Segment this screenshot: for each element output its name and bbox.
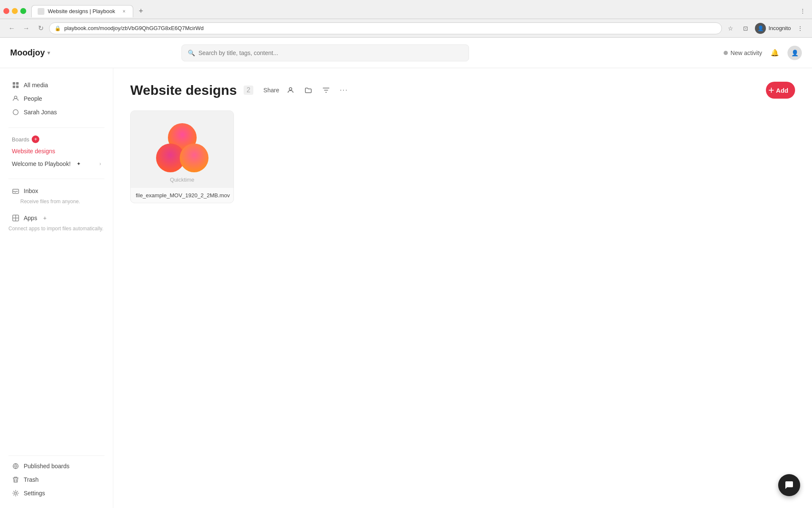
svg-point-4 — [14, 96, 17, 99]
incognito-button[interactable]: 👤 Incognito — [755, 23, 791, 34]
add-button[interactable]: + Add — [766, 82, 795, 99]
active-tab[interactable]: Website designs | Playbook × — [31, 5, 133, 17]
page-title: Website designs — [130, 83, 237, 98]
incognito-label: Incognito — [768, 25, 791, 31]
circle-icon — [12, 108, 19, 116]
media-card-mov[interactable]: Quicktime file_example_MOV_1920_2_2MB.mo… — [130, 110, 234, 203]
browser-menu-button[interactable]: ⋮ — [797, 5, 809, 17]
lock-icon: 🔒 — [55, 25, 61, 31]
grid-icon — [12, 81, 19, 89]
sidebar-label-trash: Trash — [24, 476, 38, 483]
browser-nav-bar: ← → ↻ 🔒 playbook.com/moodjoy/zbVbG9QhGG7… — [0, 19, 812, 37]
address-bar[interactable]: 🔒 playbook.com/moodjoy/zbVbG9QhGG7G8xE6Q… — [49, 22, 722, 34]
globe-icon — [12, 462, 19, 470]
sidebar-item-published-boards[interactable]: Published boards — [3, 459, 110, 473]
filter-icon-button[interactable] — [320, 84, 332, 97]
sidebar-item-apps[interactable]: Apps + — [3, 211, 110, 225]
folder-icon-button[interactable] — [302, 84, 315, 97]
inbox-icon — [12, 187, 19, 195]
incognito-icon: 👤 — [757, 25, 764, 31]
traffic-lights — [3, 8, 26, 14]
sidebar-divider-3 — [8, 456, 104, 456]
more-dots-icon: ··· — [340, 86, 348, 94]
sidebar-label-published-boards: Published boards — [24, 463, 69, 469]
sidebar-item-people[interactable]: People — [3, 92, 110, 105]
content-header: Website designs 2 Share ··· — [130, 82, 795, 99]
add-plus-icon: + — [768, 85, 774, 95]
user-icon: 👤 — [791, 50, 798, 56]
browser-chrome: Website designs | Playbook × + ⋮ ← → ↻ 🔒… — [0, 0, 812, 38]
tab-close-button[interactable]: × — [121, 8, 127, 14]
sidebar-label-website-designs: Website designs — [12, 148, 55, 155]
sidebar-label-people: People — [24, 95, 42, 102]
svg-rect-2 — [13, 86, 15, 88]
share-button[interactable]: Share — [263, 87, 279, 94]
svg-point-9 — [15, 492, 17, 494]
apps-label: Apps — [24, 215, 37, 221]
sidebar-boards-section: Boards + Website designs Welcome to Play… — [0, 131, 113, 175]
apps-sub-text: Connect apps to import files automatical… — [0, 225, 113, 235]
new-activity-button[interactable]: New activity — [724, 50, 762, 56]
sidebar-item-trash[interactable]: Trash — [3, 473, 110, 486]
bookmark-button[interactable]: ☆ — [724, 22, 736, 34]
sidebar-label-sarah-jonas: Sarah Jonas — [24, 109, 57, 116]
reload-button[interactable]: ↻ — [35, 22, 47, 34]
chat-icon — [784, 480, 794, 490]
close-traffic-light[interactable] — [3, 8, 9, 14]
nav-actions: ☆ ⊡ 👤 Incognito ⋮ — [724, 22, 806, 34]
tab-bar: Website designs | Playbook × + ⋮ — [0, 0, 812, 19]
user-avatar-button[interactable]: 👤 — [787, 46, 802, 60]
person-icon — [12, 95, 19, 102]
tab-favicon — [38, 8, 44, 15]
sidebar-item-welcome[interactable]: Welcome to Playbook! ✦ › — [3, 157, 110, 170]
svg-point-10 — [289, 88, 292, 90]
member-icon-button[interactable] — [284, 84, 297, 97]
boards-label: Boards + — [3, 133, 110, 145]
svg-rect-0 — [13, 82, 15, 85]
chat-button[interactable] — [778, 474, 800, 496]
more-options-button[interactable]: ··· — [337, 84, 350, 97]
svg-rect-1 — [16, 82, 19, 85]
url-text: playbook.com/moodjoy/zbVbG9QhGG7G8xE6Q7M… — [64, 25, 203, 31]
extensions-button[interactable]: ⊡ — [740, 22, 752, 34]
header-actions: New activity 🔔 👤 — [724, 46, 802, 60]
sidebar-bottom: Published boards Trash Settings — [0, 452, 113, 500]
svg-point-13 — [180, 144, 208, 172]
sidebar-label-welcome: Welcome to Playbook! — [12, 160, 71, 167]
maximize-traffic-light[interactable] — [20, 8, 26, 14]
notification-button[interactable]: 🔔 — [768, 46, 782, 60]
inbox-label: Inbox — [24, 188, 38, 194]
boards-add-button[interactable]: + — [32, 135, 39, 143]
inbox-sub-text: Receive files from anyone. — [0, 198, 113, 208]
sidebar-item-all-media[interactable]: All media — [3, 78, 110, 92]
search-icon: 🔍 — [188, 50, 195, 56]
search-bar[interactable]: 🔍 — [181, 44, 469, 61]
sidebar-divider-1 — [8, 127, 104, 128]
forward-button[interactable]: → — [20, 22, 32, 34]
search-input[interactable] — [198, 50, 463, 56]
logo[interactable]: Moodjoy ▾ — [10, 48, 50, 58]
sidebar-item-settings[interactable]: Settings — [3, 486, 110, 500]
tab-title: Website designs | Playbook — [48, 8, 115, 14]
quicktime-label: Quicktime — [131, 177, 233, 183]
star-icon: ✦ — [77, 161, 81, 167]
logo-caret: ▾ — [47, 50, 50, 56]
sidebar-item-website-designs[interactable]: Website designs — [3, 145, 110, 157]
sidebar-label-settings: Settings — [24, 490, 45, 497]
activity-dot — [724, 51, 728, 55]
content-actions: Share ··· — [263, 84, 350, 97]
add-label: Add — [776, 87, 788, 94]
back-button[interactable]: ← — [6, 22, 18, 34]
sidebar-item-sarah-jonas[interactable]: Sarah Jonas — [3, 105, 110, 119]
content-area: Website designs 2 Share ··· — [113, 68, 812, 508]
main-area: All media People Sarah Jonas — [0, 68, 812, 508]
new-tab-button[interactable]: + — [135, 5, 147, 17]
sidebar-item-inbox[interactable]: Inbox — [3, 184, 110, 198]
chevron-right-icon: › — [99, 161, 101, 167]
incognito-avatar: 👤 — [755, 23, 766, 34]
notification-icon: 🔔 — [771, 49, 779, 57]
media-filename: file_example_MOV_1920_2_2MB.mov — [131, 188, 233, 203]
boards-label-text: Boards — [12, 136, 29, 143]
minimize-traffic-light[interactable] — [12, 8, 18, 14]
browser-more-button[interactable]: ⋮ — [794, 22, 806, 34]
